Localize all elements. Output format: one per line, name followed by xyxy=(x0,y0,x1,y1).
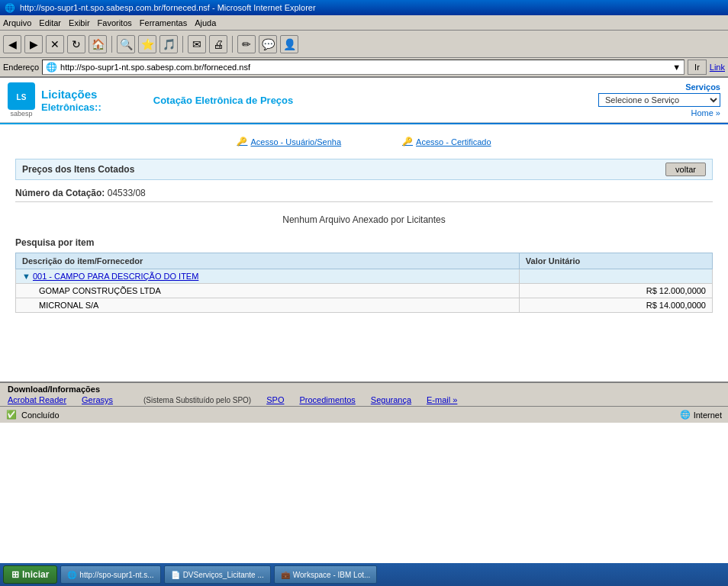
footer-link-seguranca[interactable]: Segurança xyxy=(371,395,411,404)
start-label: Iniciar xyxy=(22,569,49,580)
search-button[interactable]: 🔍 xyxy=(117,35,135,53)
logo-text1: Licitações xyxy=(41,88,101,101)
taskbar-item-1[interactable]: 🌐 http://spo-supr1-nt.s... xyxy=(60,565,160,584)
footer-links: Acrobat Reader Gerasys (Sistema Substitu… xyxy=(8,395,720,404)
voltar-button[interactable]: voltar xyxy=(665,163,706,176)
vendor-price-2: R$ 14.000,0000 xyxy=(519,298,712,313)
item-header-row: ▼ 001 - CAMPO PARA DESCRIÇÃO DO ITEM xyxy=(16,269,713,284)
svg-text:LS: LS xyxy=(17,93,27,101)
access-section: 🔑 Acesso - Usuário/Senha 🔑 Acesso - Cert… xyxy=(0,124,728,159)
home-link[interactable]: Home » xyxy=(691,108,720,118)
taskbar-item-2[interactable]: 📄 DVServiços_Licitante ... xyxy=(164,565,271,584)
media-button[interactable]: 🎵 xyxy=(159,35,178,53)
taskbar-item-1-label: http://spo-supr1-nt.s... xyxy=(79,571,153,579)
menu-bar: Arquivo Editar Exibir Favoritos Ferramen… xyxy=(0,15,728,31)
item-header-cell: ▼ 001 - CAMPO PARA DESCRIÇÃO DO ITEM xyxy=(16,269,520,284)
doc-taskbar-icon: 📄 xyxy=(171,571,180,579)
zone-icon: 🌐 xyxy=(680,410,691,420)
address-label: Endereço xyxy=(3,63,39,72)
windows-icon: ⊞ xyxy=(11,569,19,580)
vendor-price-1: R$ 12.000,0000 xyxy=(519,284,712,298)
toolbar-separator2 xyxy=(182,36,183,53)
go-button[interactable]: Ir xyxy=(688,60,707,75)
status-bar: ✅ Concluído 🌐 Internet xyxy=(0,406,728,423)
toolbar-separator xyxy=(111,36,112,53)
discuss-button[interactable]: 💬 xyxy=(259,35,277,53)
quotation-value: 04533/08 xyxy=(108,188,146,198)
links-label: Link xyxy=(710,63,725,72)
logo-section: LS sabesp Licitações Eletrônicas:: Cotaç… xyxy=(8,82,293,118)
status-left: ✅ Concluído xyxy=(6,410,60,420)
quotation-number-row: Número da Cotação: 04533/08 xyxy=(15,185,713,202)
footer-link-acrobat[interactable]: Acrobat Reader xyxy=(8,395,66,404)
page-title: Cotação Eletrônica de Preços xyxy=(153,95,294,106)
taskbar-item-2-label: DVServiços_Licitante ... xyxy=(183,571,264,579)
back-button[interactable]: ◀ xyxy=(3,35,21,53)
start-button[interactable]: ⊞ Iniciar xyxy=(3,565,57,584)
taskbar-item-3[interactable]: 💼 Workspace - IBM Lot... xyxy=(274,565,378,584)
items-table: Descrição do item/Fornecedor Valor Unitá… xyxy=(15,253,713,313)
edit-button[interactable]: ✏ xyxy=(237,35,256,53)
section-title-bar: Preços dos Itens Cotados voltar xyxy=(15,159,713,180)
expand-arrow-icon: ▼ xyxy=(22,272,31,281)
services-dropdown[interactable]: Selecione o Serviço xyxy=(598,93,720,107)
menu-editar[interactable]: Editar xyxy=(39,18,61,27)
print-button[interactable]: 🖨 xyxy=(209,35,227,53)
toolbar-separator3 xyxy=(232,36,233,53)
footer-link-procedimentos[interactable]: Procedimentos xyxy=(299,395,355,404)
home-nav-button[interactable]: 🏠 xyxy=(89,35,107,53)
main-content: Preços dos Itens Cotados voltar Número d… xyxy=(0,159,728,320)
refresh-button[interactable]: ↻ xyxy=(67,35,85,53)
footer-link-spo[interactable]: SPO xyxy=(266,395,284,404)
access-cert-link[interactable]: 🔑 Acesso - Certificado xyxy=(402,137,491,146)
taskbar: ⊞ Iniciar 🌐 http://spo-supr1-nt.s... 📄 D… xyxy=(0,563,728,586)
menu-arquivo[interactable]: Arquivo xyxy=(3,18,31,27)
footer-link-email[interactable]: E-mail » xyxy=(427,395,457,404)
logo-icon: LS xyxy=(8,82,35,110)
item-link[interactable]: 001 - CAMPO PARA DESCRIÇÃO DO ITEM xyxy=(33,272,198,281)
table-row: GOMAP CONSTRUÇÕES LTDA R$ 12.000,0000 xyxy=(16,284,713,298)
no-attachment-msg: Nenhum Arquivo Anexado por Licitantes xyxy=(15,208,713,231)
menu-ferramentas[interactable]: Ferramentas xyxy=(140,18,187,27)
globe-small-icon: 🌐 xyxy=(46,62,57,72)
status-text: Concluído xyxy=(21,411,60,420)
footer-link-gerasys[interactable]: Gerasys xyxy=(82,395,113,404)
services-label: Serviços xyxy=(685,82,720,92)
item-header-price-cell xyxy=(519,269,712,284)
logo-text2: Eletrônicas:: xyxy=(41,101,101,113)
zone-text: Internet xyxy=(694,411,722,420)
ie-logo-icon: 🌐 xyxy=(5,3,15,13)
favorites-button[interactable]: ⭐ xyxy=(138,35,156,53)
ie-taskbar-icon: 🌐 xyxy=(67,571,76,579)
col-value: Valor Unitário xyxy=(519,253,712,269)
key-icon-2: 🔑 xyxy=(402,137,413,146)
toolbar: ◀ ▶ ✕ ↻ 🏠 🔍 ⭐ 🎵 ✉ 🖨 ✏ 💬 👤 xyxy=(0,31,728,58)
messenger-button[interactable]: 👤 xyxy=(280,35,298,53)
mail-button[interactable]: ✉ xyxy=(188,35,206,53)
address-bar: Endereço 🌐 http://spo-supr1-nt.spo.sabes… xyxy=(0,58,728,78)
forward-button[interactable]: ▶ xyxy=(24,35,43,53)
access-user-link[interactable]: 🔑 Acesso - Usuário/Senha xyxy=(237,137,341,146)
menu-ajuda[interactable]: Ajuda xyxy=(195,18,216,27)
menu-favoritos[interactable]: Favoritos xyxy=(98,18,132,27)
title-bar: 🌐 http://spo-supr1-nt.spo.sabesp.com.br/… xyxy=(0,0,728,15)
key-icon-1: 🔑 xyxy=(237,137,247,146)
footer: Download/Informações Acrobat Reader Gera… xyxy=(0,382,728,406)
access-user-label: Acesso - Usuário/Senha xyxy=(250,137,341,146)
workspace-taskbar-icon: 💼 xyxy=(281,571,290,579)
footer-title: Download/Informações xyxy=(8,385,720,394)
page-header: LS sabesp Licitações Eletrônicas:: Cotaç… xyxy=(0,78,728,123)
status-right: 🌐 Internet xyxy=(680,410,722,420)
services-section: Serviços Selecione o Serviço Home » xyxy=(598,82,720,118)
footer-sub-text: (Sistema Substituído pelo SPO) xyxy=(143,396,251,404)
vendor-name-2: MICRONAL S/A xyxy=(16,298,520,313)
dropdown-icon: ▼ xyxy=(672,63,681,72)
status-icon: ✅ xyxy=(6,410,17,420)
window-title: http://spo-supr1-nt.spo.sabesp.com.br/fo… xyxy=(20,3,316,12)
menu-exibir[interactable]: Exibir xyxy=(69,18,90,27)
access-cert-label: Acesso - Certificado xyxy=(416,137,491,146)
address-input[interactable]: 🌐 http://spo-supr1-nt.spo.sabesp.com.br/… xyxy=(42,60,685,75)
quotation-label: Número da Cotação: xyxy=(15,188,105,198)
section-title: Preços dos Itens Cotados xyxy=(22,164,134,175)
stop-button[interactable]: ✕ xyxy=(46,35,64,53)
